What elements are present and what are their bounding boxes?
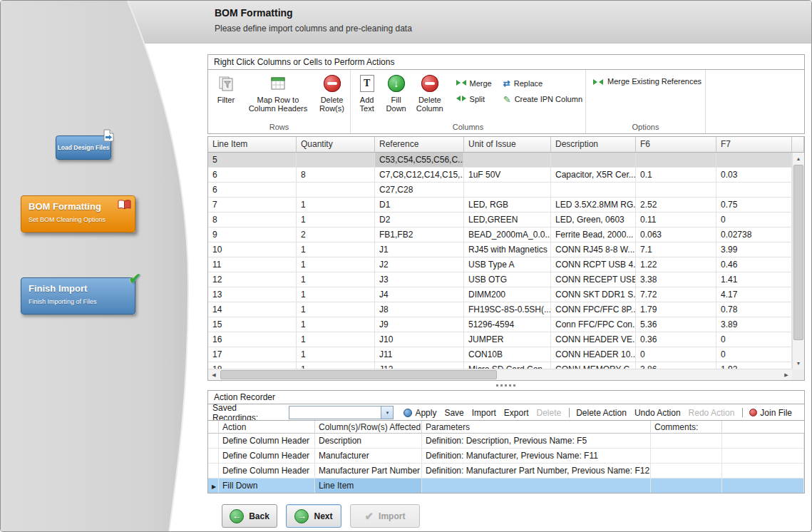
cell-description[interactable]: CONN FPC/FFC 8P... — [551, 302, 636, 317]
delete-column-button[interactable]: Delete Column — [413, 74, 446, 113]
delete-rows-button[interactable]: Delete Row(s) — [317, 74, 347, 113]
cell-line-item[interactable]: 5 — [208, 153, 297, 168]
cell-parameters[interactable]: Definition: Manufacturer, Previous Name:… — [422, 449, 651, 464]
cell-description[interactable] — [551, 183, 636, 198]
cell-description[interactable]: Conn FFC/FPC Con... — [551, 317, 636, 332]
cell-line-item[interactable]: 18 — [208, 362, 297, 369]
column-header-f7[interactable]: F7 — [716, 137, 792, 153]
cell-quantity[interactable]: 1 — [297, 242, 375, 257]
table-row[interactable]: 17 1 J11 CON10B CONN HEADER 10... 0 0 — [208, 347, 792, 362]
cell-description[interactable]: CONN RJ45 8-8 W... — [551, 242, 636, 257]
cell-unit-of-issue[interactable] — [464, 183, 551, 198]
cell-affected[interactable]: Manufacturer Part Number — [315, 464, 422, 479]
cell-f6[interactable]: 1.22 — [636, 257, 716, 272]
cell-description[interactable] — [551, 153, 636, 168]
table-row[interactable]: 8 1 D2 LED,GREEN LED, Green, 0603 0.11 0 — [208, 213, 792, 227]
cell-quantity[interactable]: 1 — [297, 257, 375, 272]
cell-line-item[interactable]: 13 — [208, 287, 297, 302]
cell-description[interactable]: Capacitor, X5R Cer... — [551, 168, 636, 183]
column-header-unit-of-issue[interactable]: Unit of Issue — [464, 137, 551, 153]
cell-action[interactable]: Define Column Header — [219, 449, 315, 464]
undo-action-button[interactable]: Undo Action — [634, 408, 681, 418]
cell-f6[interactable]: 0.11 — [636, 213, 716, 227]
cell-reference[interactable]: J12 — [375, 362, 464, 369]
cell-f6[interactable] — [636, 153, 716, 168]
cell-reference[interactable]: J9 — [375, 317, 464, 332]
recorder-header-affected[interactable]: Column(s)/Row(s) Affected — [315, 421, 422, 434]
cell-f7[interactable]: 3.99 — [716, 242, 792, 257]
cell-reference[interactable]: D2 — [375, 213, 464, 227]
cell-quantity[interactable]: 1 — [297, 302, 375, 317]
table-row[interactable]: 16 1 J10 JUMPER CONN HEADER VE... 0.36 0 — [208, 332, 792, 347]
cell-f6[interactable]: 0.1 — [636, 168, 716, 183]
cell-reference[interactable]: J4 — [375, 287, 464, 302]
cell-unit-of-issue[interactable]: 1uF 50V — [464, 168, 551, 183]
cell-f6[interactable]: 0.36 — [636, 332, 716, 347]
scroll-right-icon[interactable]: ▶ — [781, 369, 792, 381]
cell-f7[interactable]: 0.78 — [716, 302, 792, 317]
column-header-reference[interactable]: Reference — [375, 137, 464, 153]
cell-line-item[interactable]: 16 — [208, 332, 297, 347]
apply-button[interactable]: Apply — [404, 408, 436, 418]
table-row[interactable]: 14 1 J8 FH19SC-8S-0.5SH(... CONN FPC/FFC… — [208, 302, 792, 317]
cell-unit-of-issue[interactable]: CON10B — [464, 347, 551, 362]
cell-f7[interactable]: 4.17 — [716, 287, 792, 302]
cell-f7[interactable]: 0 — [716, 332, 792, 347]
cell-quantity[interactable]: 2 — [297, 227, 375, 242]
scroll-left-icon[interactable]: ◀ — [208, 369, 220, 381]
recorder-header-action[interactable]: Action — [219, 421, 315, 434]
cell-f7[interactable] — [716, 183, 792, 198]
cell-f6[interactable]: 7.1 — [636, 242, 716, 257]
cell-parameters[interactable] — [422, 479, 651, 493]
cell-f7[interactable]: 3.89 — [716, 317, 792, 332]
cell-description[interactable]: CONN RECEPT USB... — [551, 272, 636, 287]
table-row[interactable]: 10 1 J1 RJ45 with Magnetics CONN RJ45 8-… — [208, 242, 792, 257]
cell-f7[interactable]: 1.41 — [716, 272, 792, 287]
cell-reference[interactable]: J2 — [375, 257, 464, 272]
cell-parameters[interactable]: Definition: Manufacturer Part Number, Pr… — [422, 464, 651, 479]
filter-button[interactable]: Filter — [212, 74, 240, 104]
cell-f6[interactable]: 3.86 — [636, 362, 716, 369]
cell-unit-of-issue[interactable]: BEAD_2000mA_0.0... — [464, 227, 551, 242]
table-row[interactable]: 12 1 J3 USB OTG CONN RECEPT USB... 3.38 … — [208, 272, 792, 287]
cell-f6[interactable] — [636, 183, 716, 198]
cell-line-item[interactable]: 10 — [208, 242, 297, 257]
column-header-f6[interactable]: F6 — [636, 137, 716, 153]
cell-description[interactable]: CONN RCPT USB 4... — [551, 257, 636, 272]
cell-reference[interactable]: C53,C54,C55,C56,C... — [375, 153, 464, 168]
cell-description[interactable]: CONN SKT DDR1 S... — [551, 287, 636, 302]
splitter-handle[interactable] — [207, 381, 805, 390]
cell-line-item[interactable]: 15 — [208, 317, 297, 332]
join-file-button[interactable]: Join File — [749, 408, 792, 418]
cell-reference[interactable]: J8 — [375, 302, 464, 317]
cell-quantity[interactable] — [297, 153, 375, 168]
recorder-row[interactable]: Define Column Header Manufacturer Defini… — [208, 449, 804, 464]
cell-quantity[interactable]: 8 — [297, 168, 375, 183]
cell-quantity[interactable]: 1 — [297, 198, 375, 213]
split-button[interactable]: Split — [456, 95, 492, 103]
column-header-quantity[interactable]: Quantity — [297, 137, 375, 153]
cell-reference[interactable]: J11 — [375, 347, 464, 362]
recorder-row[interactable]: Define Column Header Description Definit… — [208, 434, 804, 449]
horizontal-scrollbar[interactable]: ◀ ▶ — [208, 369, 792, 380]
cell-quantity[interactable]: 1 — [297, 347, 375, 362]
create-ipn-column-button[interactable]: ✎ Create IPN Column — [503, 94, 582, 105]
merge-existing-references-button[interactable]: Merge Existing References — [586, 70, 705, 122]
cell-reference[interactable]: FB1,FB2 — [375, 227, 464, 242]
horizontal-scroll-thumb[interactable] — [220, 370, 497, 379]
cell-line-item[interactable]: 8 — [208, 213, 297, 227]
cell-f7[interactable]: 1.92 — [716, 362, 792, 369]
cell-unit-of-issue[interactable]: DIMM200 — [464, 287, 551, 302]
cell-f6[interactable]: 1.79 — [636, 302, 716, 317]
cell-reference[interactable]: C7,C8,C12,C14,C15,... — [375, 168, 464, 183]
cell-f6[interactable]: 3.38 — [636, 272, 716, 287]
import-recording-button[interactable]: Import — [472, 408, 496, 418]
column-header-line-item[interactable]: Line Item — [208, 137, 297, 153]
export-button[interactable]: Export — [504, 408, 529, 418]
cell-f6[interactable]: 2.52 — [636, 198, 716, 213]
cell-action[interactable]: Fill Down — [219, 479, 315, 493]
cell-quantity[interactable]: 1 — [297, 213, 375, 227]
merge-button[interactable]: Merge — [456, 79, 492, 88]
cell-reference[interactable]: C27,C28 — [375, 183, 464, 198]
cell-line-item[interactable]: 6 — [208, 183, 297, 198]
